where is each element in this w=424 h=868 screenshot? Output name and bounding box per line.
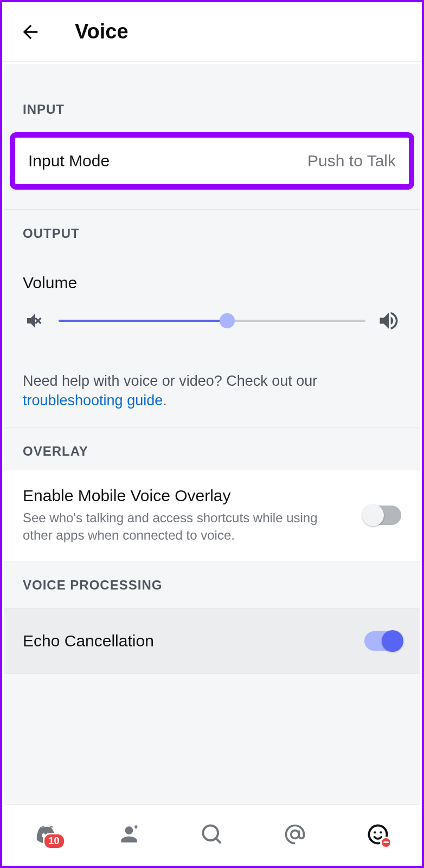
- status-dnd-icon: [380, 837, 392, 848]
- search-icon: [200, 822, 224, 846]
- back-button[interactable]: [18, 20, 42, 44]
- nav-notification-badge: 10: [43, 833, 66, 850]
- volume-mute-icon: [23, 308, 48, 333]
- svg-point-2: [380, 831, 382, 833]
- echo-cancellation-switch[interactable]: [364, 631, 401, 651]
- section-heading-overlay: OVERLAY: [4, 427, 420, 470]
- nav-discord[interactable]: 10: [30, 818, 62, 851]
- volume-block: Volume: [4, 252, 420, 344]
- input-mode-row[interactable]: Input Mode Push to Talk: [10, 132, 414, 190]
- nav-profile[interactable]: [362, 818, 394, 851]
- nav-search[interactable]: [196, 818, 228, 851]
- overlay-toggle-desc: See who's talking and access shortcuts w…: [23, 509, 348, 545]
- echo-cancellation-row[interactable]: Echo Cancellation: [4, 608, 420, 674]
- overlay-toggle-row[interactable]: Enable Mobile Voice Overlay See who's ta…: [4, 470, 420, 561]
- section-heading-voice-processing: VOICE PROCESSING: [4, 561, 420, 604]
- input-mode-label: Input Mode: [28, 152, 110, 170]
- volume-slider[interactable]: [59, 314, 365, 327]
- section-heading-input: INPUT: [4, 64, 420, 128]
- header: Voice: [2, 2, 422, 62]
- nav-mentions[interactable]: [279, 818, 311, 851]
- echo-cancellation-label: Echo Cancellation: [23, 632, 154, 650]
- input-mode-value: Push to Talk: [307, 152, 396, 170]
- settings-body: INPUT Input Mode Push to Talk OUTPUT Vol…: [4, 64, 420, 804]
- help-text: Need help with voice or video? Check out…: [4, 344, 420, 427]
- volume-slider-thumb[interactable]: [220, 313, 235, 328]
- nav-friends[interactable]: [113, 818, 145, 851]
- svg-point-1: [374, 831, 376, 833]
- page-title: Voice: [75, 20, 129, 43]
- bottom-nav: 10: [4, 804, 420, 864]
- troubleshooting-link[interactable]: troubleshooting guide: [23, 392, 163, 409]
- arrow-left-icon: [20, 21, 41, 43]
- overlay-toggle-label: Enable Mobile Voice Overlay: [23, 487, 348, 505]
- volume-label: Volume: [23, 274, 401, 292]
- overlay-toggle-switch[interactable]: [364, 506, 401, 525]
- at-icon: [283, 822, 307, 846]
- friends-icon: [117, 822, 141, 846]
- volume-high-icon: [376, 308, 401, 333]
- section-heading-output: OUTPUT: [4, 210, 420, 252]
